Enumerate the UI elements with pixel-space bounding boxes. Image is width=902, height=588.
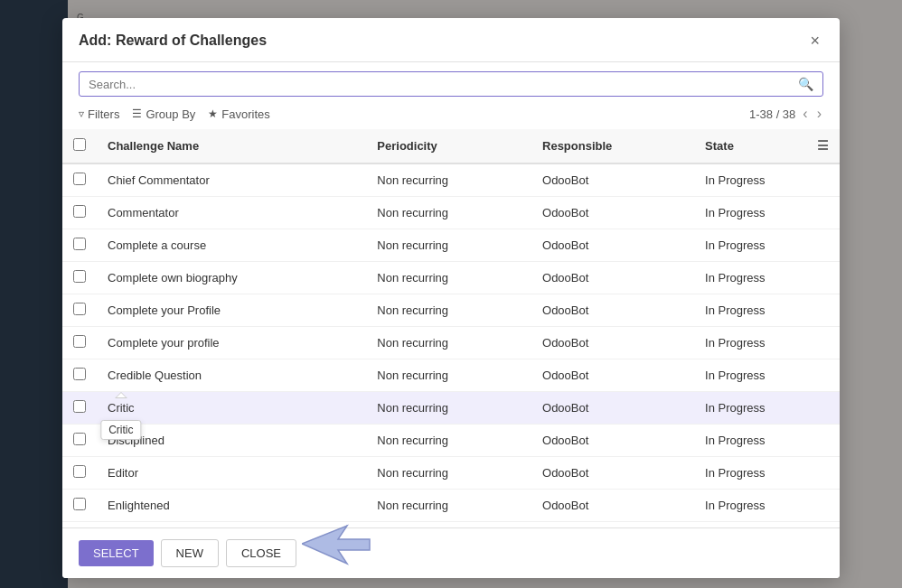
new-button[interactable]: NEW: [161, 539, 219, 567]
row-periodicity: Non recurring: [366, 163, 531, 197]
row-state: In Progress: [694, 327, 840, 359]
challenges-table: Challenge Name Periodicity Responsible S…: [62, 129, 840, 527]
modal-footer: SELECT NEW CLOSE: [62, 527, 840, 578]
row-responsible: OdooBot: [531, 425, 694, 457]
col-responsible: Responsible: [531, 129, 694, 163]
search-bar: 🔍: [79, 71, 823, 97]
row-responsible: OdooBot: [531, 197, 694, 229]
add-reward-modal: Add: Reward of Challenges × 🔍 ▿ Filters …: [62, 18, 840, 578]
row-state: In Progress: [694, 262, 840, 294]
row-checkbox[interactable]: [73, 368, 86, 380]
table-row: EnlightenedNon recurringOdooBotIn Progre…: [62, 490, 840, 522]
table-row: DisciplinedNon recurringOdooBotIn Progre…: [62, 425, 840, 457]
row-checkbox[interactable]: [73, 303, 86, 315]
row-checkbox-cell: [62, 294, 97, 327]
row-state: In Progress: [694, 457, 840, 490]
row-checkbox-cell: [62, 163, 97, 197]
row-checkbox-cell: [62, 359, 97, 392]
row-state: In Progress: [694, 163, 840, 197]
row-checkbox[interactable]: [73, 335, 86, 348]
row-responsible: OdooBot: [531, 262, 694, 294]
row-challenge-name[interactable]: Editor: [97, 457, 366, 490]
row-challenge-name[interactable]: Credible Question: [97, 359, 366, 392]
row-challenge-name[interactable]: Complete own biography: [97, 262, 366, 294]
row-responsible: OdooBot: [531, 163, 694, 197]
group-by-icon: ☰: [132, 107, 142, 120]
filters-button[interactable]: ▿ Filters: [79, 107, 119, 121]
row-checkbox[interactable]: [73, 173, 86, 185]
row-challenge-name[interactable]: Complete your profile: [97, 327, 366, 359]
row-checkbox[interactable]: [73, 465, 86, 478]
row-state: In Progress: [694, 392, 840, 425]
row-responsible: OdooBot: [531, 359, 694, 392]
row-challenge-name[interactable]: Enlightened: [97, 490, 366, 522]
row-checkbox[interactable]: [73, 205, 86, 218]
row-periodicity: Non recurring: [366, 392, 531, 425]
table-row: CriticCriticNon recurringOdooBotIn Progr…: [62, 392, 840, 425]
select-all-checkbox[interactable]: [73, 138, 86, 151]
row-responsible: OdooBot: [531, 490, 694, 522]
close-button[interactable]: CLOSE: [226, 539, 296, 567]
row-checkbox[interactable]: [73, 433, 86, 445]
row-checkbox[interactable]: [73, 400, 86, 413]
tooltip-text: Critic: [100, 420, 141, 440]
row-periodicity: Non recurring: [366, 457, 531, 490]
table-row: Chief CommentatorNon recurringOdooBotIn …: [62, 163, 840, 197]
row-state: In Progress: [694, 229, 840, 262]
column-settings-icon[interactable]: ☰: [817, 138, 829, 153]
row-responsible: OdooBot: [531, 229, 694, 262]
pagination-next-button[interactable]: ›: [815, 106, 823, 122]
row-checkbox[interactable]: [73, 498, 86, 510]
table-body: Chief CommentatorNon recurringOdooBotIn …: [62, 163, 840, 527]
row-checkbox[interactable]: [73, 270, 86, 283]
row-checkbox-cell: [62, 262, 97, 294]
favorites-button[interactable]: ★ Favorites: [208, 107, 269, 121]
search-input[interactable]: [89, 78, 798, 91]
filter-actions: ▿ Filters ☰ Group By ★ Favorites: [79, 107, 270, 121]
modal-header: Add: Reward of Challenges ×: [62, 18, 840, 62]
row-periodicity: Non recurring: [366, 294, 531, 327]
table-row: Credible QuestionNon recurringOdooBotIn …: [62, 359, 840, 392]
modal-title: Add: Reward of Challenges: [79, 33, 267, 49]
row-state: In Progress: [694, 294, 840, 327]
row-challenge-name[interactable]: Commentator: [97, 197, 366, 229]
table-row: Complete your ProfileNon recurringOdooBo…: [62, 294, 840, 327]
row-checkbox-cell: [62, 392, 97, 425]
filter-icon: ▿: [79, 107, 84, 120]
cursor-arrow: [302, 521, 374, 574]
table-row: CommentatorNon recurringOdooBotIn Progre…: [62, 197, 840, 229]
row-periodicity: Non recurring: [366, 197, 531, 229]
row-challenge-name[interactable]: Chief Commentator: [97, 163, 366, 197]
row-checkbox-cell: [62, 457, 97, 490]
row-responsible: OdooBot: [531, 294, 694, 327]
row-checkbox-cell: [62, 490, 97, 522]
table-container: Challenge Name Periodicity Responsible S…: [62, 129, 840, 527]
row-periodicity: Non recurring: [366, 327, 531, 359]
svg-marker-0: [302, 526, 370, 564]
tooltip-wrapper: CriticCritic: [108, 401, 135, 415]
modal-close-button[interactable]: ×: [806, 31, 823, 51]
row-periodicity: Non recurring: [366, 490, 531, 522]
select-button[interactable]: SELECT: [79, 540, 154, 566]
col-state: State ☰: [694, 129, 840, 162]
table-row: Complete own biographyNon recurringOdooB…: [62, 262, 840, 294]
row-checkbox-cell: [62, 327, 97, 359]
row-responsible: OdooBot: [531, 457, 694, 490]
row-periodicity: Non recurring: [366, 229, 531, 262]
table-row: EditorNon recurringOdooBotIn Progress: [62, 457, 840, 490]
table-header: Challenge Name Periodicity Responsible S…: [62, 129, 840, 163]
row-challenge-name[interactable]: CriticCritic: [97, 392, 366, 425]
row-checkbox-cell: [62, 197, 97, 229]
table-row: Complete a courseNon recurringOdooBotIn …: [62, 229, 840, 262]
table-row: Complete your profileNon recurringOdooBo…: [62, 327, 840, 359]
col-challenge-name: Challenge Name: [97, 129, 366, 163]
search-icon: 🔍: [798, 77, 813, 91]
row-periodicity: Non recurring: [366, 425, 531, 457]
group-by-button[interactable]: ☰ Group By: [132, 107, 195, 121]
pagination-prev-button[interactable]: ‹: [801, 106, 809, 122]
row-state: In Progress: [694, 490, 840, 522]
row-checkbox[interactable]: [73, 238, 86, 250]
row-challenge-name[interactable]: Complete a course: [97, 229, 366, 262]
row-periodicity: Non recurring: [366, 262, 531, 294]
row-challenge-name[interactable]: Complete your Profile: [97, 294, 366, 327]
